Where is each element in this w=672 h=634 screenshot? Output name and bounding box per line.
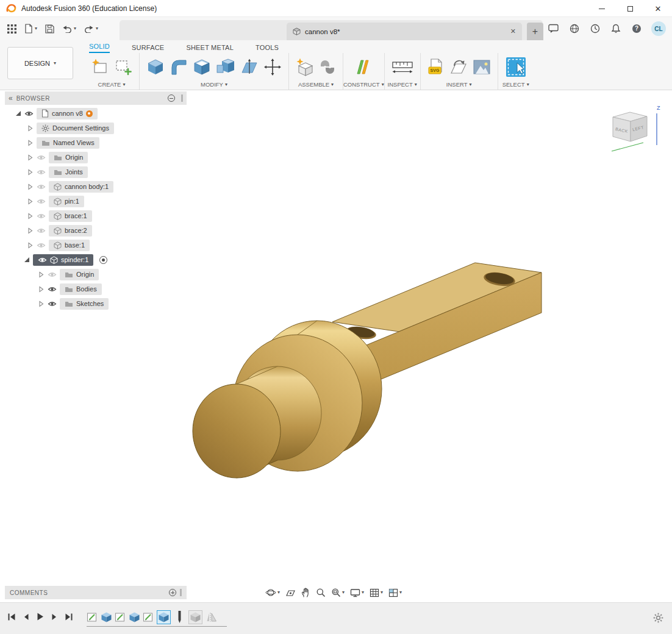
comments-panel[interactable]: COMMENTS <box>5 586 187 599</box>
grid-settings-button[interactable]: ▾ <box>368 588 384 598</box>
step-forward-button[interactable] <box>51 613 57 621</box>
tree-item-origin[interactable]: Origin <box>5 150 187 165</box>
help-button[interactable]: ? <box>631 23 643 35</box>
tree-item-pin[interactable]: pin:1 <box>5 194 187 208</box>
inspect-group-dropdown[interactable]: INSPECT▾ <box>388 80 417 90</box>
visibility-eye-icon[interactable] <box>37 183 46 190</box>
notifications-button[interactable] <box>610 23 622 35</box>
tree-item-spinder-bodies[interactable]: Bodies <box>5 282 187 296</box>
construct-group-dropdown[interactable]: CONSTRUCT▾ <box>343 80 384 90</box>
minimize-button[interactable] <box>588 0 616 17</box>
collapsed-arrow-icon[interactable] <box>27 242 34 249</box>
collapse-panel-icon[interactable]: « <box>9 94 13 102</box>
shell-button[interactable] <box>192 57 212 77</box>
timeline-feature-sketch[interactable] <box>143 611 154 623</box>
expanded-arrow-icon[interactable] <box>15 110 21 116</box>
decal-button[interactable] <box>449 58 468 76</box>
insert-svg-button[interactable]: SVG <box>427 57 445 77</box>
timeline-feature-mirror-suppressed[interactable] <box>206 612 218 622</box>
collapsed-arrow-icon[interactable] <box>27 125 34 132</box>
tree-item-named-views[interactable]: Named Views <box>5 135 187 150</box>
canvas-button[interactable] <box>472 59 491 76</box>
assemble-group-dropdown[interactable]: ASSEMBLE▾ <box>298 80 334 90</box>
tab-tools[interactable]: TOOLS <box>256 44 279 53</box>
tree-item-root[interactable]: cannon v8 <box>5 106 187 121</box>
maximize-button[interactable] <box>616 0 644 17</box>
tree-item-base[interactable]: base:1 <box>5 238 187 252</box>
visibility-eye-icon[interactable] <box>48 286 57 293</box>
press-pull-button[interactable] <box>146 57 165 77</box>
go-to-end-button[interactable] <box>65 613 73 621</box>
data-panel-button[interactable] <box>6 23 18 35</box>
shaft-front-face[interactable] <box>193 384 281 478</box>
comments-scrollbar-handle[interactable] <box>180 589 182 596</box>
tree-item-document-settings[interactable]: Document Settings <box>5 121 187 135</box>
collapsed-arrow-icon[interactable] <box>27 198 34 205</box>
visibility-eye-icon[interactable] <box>38 257 47 263</box>
visibility-eye-icon[interactable] <box>37 242 46 249</box>
timeline-scrubber[interactable] <box>176 610 184 624</box>
chat-button[interactable] <box>547 23 560 35</box>
visibility-eye-icon[interactable] <box>37 227 46 234</box>
new-tab-button[interactable]: + <box>527 23 543 40</box>
timeline-feature-extrude-selected[interactable] <box>157 610 171 624</box>
construct-plane-button[interactable] <box>354 57 373 77</box>
collapsed-arrow-icon[interactable] <box>27 213 34 219</box>
visibility-eye-icon[interactable] <box>37 213 46 219</box>
timeline-feature-sketch[interactable] <box>87 611 98 623</box>
fit-button[interactable]: ▾ <box>330 587 346 598</box>
viewports-button[interactable]: ▾ <box>387 588 403 598</box>
timeline-feature-extrude[interactable] <box>101 611 112 623</box>
tab-surface[interactable]: SURFACE <box>132 44 164 53</box>
model-spinder[interactable] <box>193 263 542 478</box>
collapsed-arrow-icon[interactable] <box>27 227 34 234</box>
select-button[interactable] <box>504 55 527 79</box>
timeline-feature-extrude-suppressed[interactable] <box>188 610 202 624</box>
new-component-button[interactable] <box>295 57 315 77</box>
panel-minimize-icon[interactable] <box>168 94 175 102</box>
selected-item-highlight[interactable]: spinder:1 <box>33 254 93 266</box>
panel-scrollbar-handle[interactable] <box>181 94 183 102</box>
orbit-button[interactable]: ▾ <box>264 587 281 598</box>
pan-button[interactable] <box>300 587 312 598</box>
modify-group-dropdown[interactable]: MODIFY▾ <box>201 80 227 90</box>
undo-button[interactable]: ▾ <box>61 24 77 34</box>
timeline-track[interactable] <box>87 626 227 627</box>
tree-item-spinder-origin[interactable]: Origin <box>5 267 187 282</box>
tree-item-cannon-body[interactable]: cannon body:1 <box>5 179 187 194</box>
avatar[interactable]: CL <box>651 21 666 36</box>
zoom-button[interactable] <box>315 587 327 598</box>
add-comment-icon[interactable] <box>169 589 176 596</box>
collapsed-arrow-icon[interactable] <box>38 286 45 293</box>
collapsed-arrow-icon[interactable] <box>38 271 45 278</box>
measure-button[interactable] <box>391 59 414 76</box>
collapsed-arrow-icon[interactable] <box>27 154 34 161</box>
expanded-arrow-icon[interactable] <box>23 257 30 263</box>
collapsed-arrow-icon[interactable] <box>27 140 34 146</box>
step-back-button[interactable] <box>23 613 29 621</box>
select-group-dropdown[interactable]: SELECT▾ <box>502 80 529 90</box>
combine-button[interactable] <box>215 57 236 77</box>
go-to-start-button[interactable] <box>7 613 16 621</box>
timeline-feature-extrude[interactable] <box>129 611 140 623</box>
tab-solid[interactable]: SOLID <box>89 43 110 53</box>
tab-sheet-metal[interactable]: SHEET METAL <box>186 44 234 53</box>
insert-group-dropdown[interactable]: INSERT▾ <box>446 80 472 90</box>
workspace-selector[interactable]: DESIGN▾ <box>7 47 73 79</box>
move-copy-button[interactable] <box>263 57 282 77</box>
create-sketch-palette-button[interactable] <box>113 57 133 77</box>
visibility-eye-icon[interactable] <box>37 198 46 205</box>
timeline-settings-button[interactable] <box>653 613 663 623</box>
look-at-button[interactable] <box>284 588 297 598</box>
collapsed-arrow-icon[interactable] <box>27 183 34 190</box>
visibility-eye-icon[interactable] <box>24 110 34 117</box>
joint-button[interactable] <box>318 58 337 76</box>
visibility-eye-icon[interactable] <box>37 154 46 161</box>
visibility-eye-icon[interactable] <box>48 271 57 278</box>
browser-header[interactable]: « BROWSER <box>5 91 187 105</box>
tree-item-brace-1[interactable]: brace:1 <box>5 208 187 223</box>
document-tab[interactable]: cannon v8* ✕ <box>287 23 522 40</box>
collapsed-arrow-icon[interactable] <box>38 301 45 307</box>
close-button[interactable]: ✕ <box>644 0 672 17</box>
viewcube[interactable]: Z BACK LEFT <box>601 102 669 161</box>
